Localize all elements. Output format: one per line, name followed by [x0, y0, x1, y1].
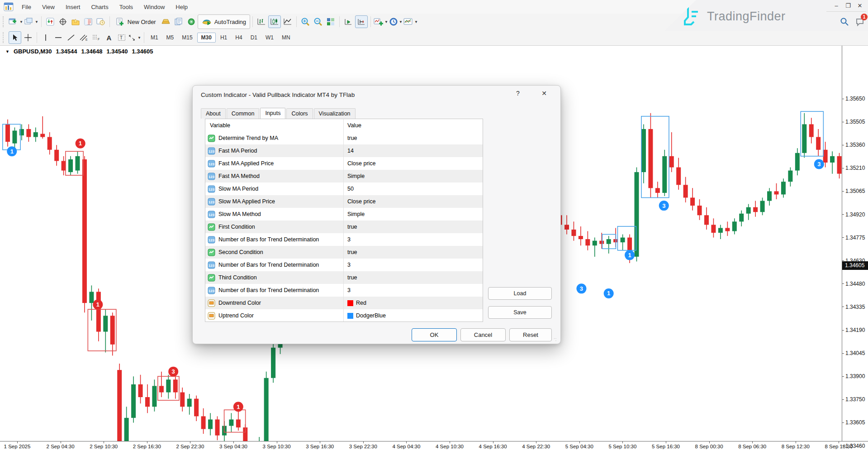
trendline-icon[interactable] — [65, 32, 77, 43]
parameter-value-cell[interactable]: Red — [343, 297, 483, 309]
new-order-button[interactable]: New Order — [112, 15, 160, 29]
chart-shift-icon[interactable] — [355, 15, 368, 28]
parameter-value-cell[interactable]: Simple — [343, 170, 483, 182]
menu-item-insert[interactable]: Insert — [60, 2, 86, 12]
parameter-value-cell[interactable]: Simple — [343, 208, 483, 221]
save-button[interactable]: Save — [488, 306, 552, 319]
timeframe-m5[interactable]: M5 — [163, 33, 178, 42]
timeframe-h1[interactable]: H1 — [217, 33, 231, 42]
table-row[interactable]: Second Conditiontrue — [205, 246, 483, 259]
minimize-button[interactable]: – — [833, 2, 840, 9]
parameter-value-cell[interactable]: 3 — [343, 284, 483, 297]
price-axis[interactable]: 1.356501.355051.353601.352101.350651.349… — [842, 46, 868, 441]
timeframe-m30[interactable]: M30 — [197, 33, 216, 43]
reset-button[interactable]: Reset — [509, 328, 552, 341]
terminal-icon[interactable] — [82, 16, 94, 28]
timeframe-w1[interactable]: W1 — [262, 33, 277, 42]
bar-chart-icon[interactable] — [256, 16, 267, 28]
timeframe-m15[interactable]: M15 — [178, 33, 196, 42]
horizontal-line-icon[interactable] — [52, 32, 64, 43]
timeframe-m1[interactable]: M1 — [147, 33, 162, 42]
new-chart-icon[interactable]: ▼ — [9, 16, 23, 28]
table-row[interactable]: 123Fast MA MethodSimple — [205, 170, 483, 182]
text-label-icon[interactable]: T — [116, 32, 128, 43]
metaeditor-icon[interactable] — [173, 16, 185, 28]
tab-inputs[interactable]: Inputs — [260, 108, 285, 119]
parameter-value-cell[interactable]: 50 — [343, 182, 483, 195]
equidistant-channel-icon[interactable]: E — [78, 32, 90, 43]
menu-item-charts[interactable]: Charts — [85, 2, 114, 12]
parameter-value-cell[interactable]: true — [343, 132, 483, 144]
profiles-icon[interactable]: ▼ — [24, 16, 38, 28]
vertical-line-icon[interactable] — [40, 32, 52, 43]
strategy-tester-icon[interactable] — [95, 16, 107, 28]
time-axis[interactable]: 1 Sep 20252 Sep 04:302 Sep 10:302 Sep 16… — [0, 441, 868, 451]
toolbar-drag-handle[interactable] — [3, 16, 6, 27]
table-row[interactable]: 123Slow MA MethodSimple — [205, 208, 483, 221]
table-row[interactable]: Third Conditiontrue — [205, 271, 483, 284]
symbols-icon[interactable] — [44, 16, 56, 28]
cancel-button[interactable]: Cancel — [460, 328, 506, 341]
fibonacci-icon[interactable]: F — [90, 32, 102, 43]
auto-scroll-icon[interactable] — [342, 16, 354, 28]
parameter-value-cell[interactable]: true — [343, 271, 483, 284]
timeframe-d1[interactable]: D1 — [247, 33, 261, 42]
menu-item-help[interactable]: Help — [170, 2, 193, 12]
ok-button[interactable]: OK — [412, 328, 457, 341]
periods-icon[interactable]: ▼ — [389, 16, 403, 28]
autotrading-button[interactable]: AutoTrading — [198, 14, 250, 29]
dialog-close-icon[interactable]: ✕ — [537, 90, 551, 101]
zoom-in-icon[interactable] — [299, 16, 311, 28]
zoom-out-icon[interactable] — [312, 16, 324, 28]
table-row[interactable]: Uptrend ColorDodgerBlue — [205, 309, 483, 322]
toolbar-drag-handle2[interactable] — [3, 32, 6, 43]
table-row[interactable]: 123Number of Bars for Trend Determinatio… — [205, 284, 483, 297]
table-row[interactable]: 123Slow MA Applied PriceClose price — [205, 195, 483, 208]
tile-windows-icon[interactable] — [325, 16, 337, 28]
menu-item-window[interactable]: Window — [138, 2, 170, 12]
data-window-icon[interactable] — [57, 16, 69, 28]
table-row[interactable]: 123Fast MA Applied PriceClose price — [205, 157, 483, 170]
chart-menu-icon[interactable]: ▼ — [5, 49, 9, 54]
cursor-icon[interactable] — [9, 31, 21, 44]
dialog-help-button[interactable]: ? — [512, 90, 524, 101]
parameter-value-cell[interactable]: DodgerBlue — [343, 309, 483, 322]
search-icon[interactable] — [840, 17, 849, 26]
parameter-value-cell[interactable]: Close price — [343, 157, 483, 170]
load-button[interactable]: Load — [488, 287, 552, 300]
table-row[interactable]: First Conditiontrue — [205, 221, 483, 233]
parameter-value-cell[interactable]: true — [343, 221, 483, 233]
parameter-value-cell[interactable]: 3 — [343, 259, 483, 271]
menu-item-file[interactable]: File — [16, 2, 37, 12]
menu-item-tools[interactable]: Tools — [114, 2, 138, 12]
line-chart-icon[interactable] — [282, 16, 294, 28]
tab-visualization[interactable]: Visualization — [314, 108, 356, 119]
chat-icon[interactable]: 1 — [855, 17, 864, 26]
arrows-icon[interactable]: ▼ — [128, 32, 141, 43]
parameter-value-cell[interactable]: true — [343, 246, 483, 259]
candlestick-chart-icon[interactable] — [268, 15, 281, 28]
tab-common[interactable]: Common — [227, 108, 260, 119]
crosshair-icon[interactable] — [22, 32, 34, 43]
parameter-value-cell[interactable]: Close price — [343, 195, 483, 208]
table-row[interactable]: Determine Trend by MAtrue — [205, 132, 483, 144]
timeframe-h4[interactable]: H4 — [232, 33, 246, 42]
parameter-value-cell[interactable]: 3 — [343, 233, 483, 246]
tab-about[interactable]: About — [201, 108, 226, 119]
menu-item-view[interactable]: View — [37, 2, 60, 12]
indicators-icon[interactable]: ▼ — [374, 16, 388, 28]
timeframe-mn[interactable]: MN — [278, 33, 294, 42]
parameter-value-cell[interactable]: 14 — [343, 144, 483, 157]
gold-icon[interactable] — [160, 16, 172, 28]
table-row[interactable]: 123Fast MA Period14 — [205, 144, 483, 157]
table-row[interactable]: 123Number of Bars for Trend Determinatio… — [205, 233, 483, 246]
close-button[interactable]: ✕ — [856, 2, 863, 9]
table-row[interactable]: 123Number of Bars for Trend Determinatio… — [205, 259, 483, 271]
text-icon[interactable]: A — [103, 32, 115, 43]
table-row[interactable]: Downtrend ColorRed — [205, 297, 483, 309]
dialog-title-bar[interactable]: Custom Indicator - Valid Pullback Indica… — [193, 86, 560, 104]
tab-colors[interactable]: Colors — [286, 108, 313, 119]
table-row[interactable]: 123Slow MA Period50 — [205, 182, 483, 195]
navigator-icon[interactable] — [70, 16, 81, 28]
resize-grip[interactable]: ∙∙ ∙ — [554, 337, 558, 342]
